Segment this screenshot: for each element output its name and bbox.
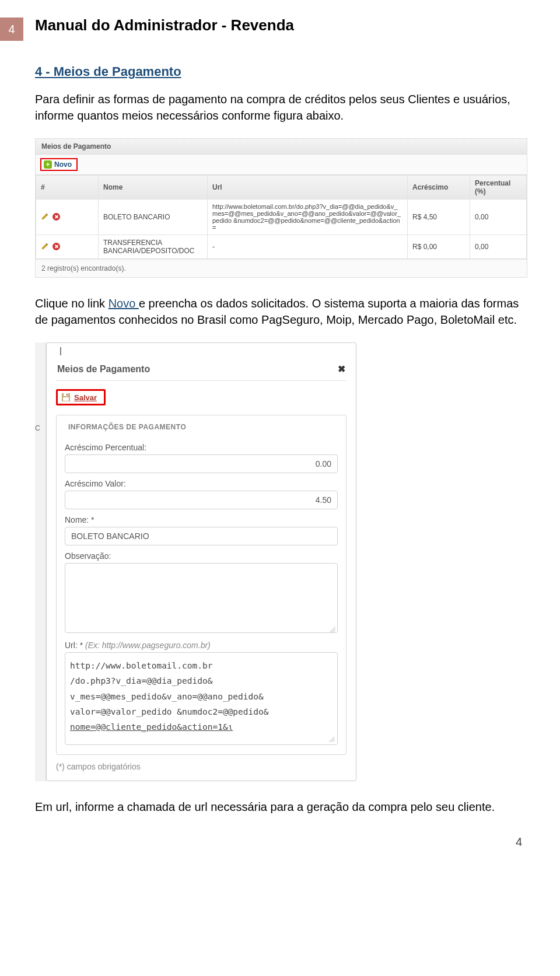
edit-icon[interactable] [41, 242, 49, 250]
bottom-page-number: 4 [0, 830, 528, 849]
page-number-box: 4 [0, 18, 23, 41]
url-line[interactable]: /do.php3?v_dia=@@dia_pedido& [70, 675, 332, 687]
required-note: (*) campos obrigatórios [56, 762, 346, 771]
cell-nome: BOLETO BANCARIO [99, 200, 208, 235]
panel-title: Meios de Pagamento [36, 139, 527, 155]
delete-icon[interactable] [52, 243, 60, 250]
novo-link[interactable]: Novo [108, 297, 139, 310]
label-acr-valor: Acréscimo Valor: [65, 479, 338, 488]
floppy-icon [61, 393, 71, 402]
resize-grip-icon [329, 736, 335, 742]
manual-title: Manual do Administrador - Revenda [35, 16, 294, 34]
label-url-text: Url: * [65, 641, 85, 650]
table-row: TRANSFERENCIA BANCARIA/DEPOSITO/DOC - R$… [36, 235, 527, 259]
close-icon[interactable]: ✖ [338, 363, 345, 375]
delete-icon[interactable] [52, 213, 60, 221]
label-acr-perc: Acréscimo Percentual: [65, 443, 338, 452]
novo-button[interactable]: + Novo [40, 158, 78, 171]
label-obs: Observação: [65, 551, 338, 561]
plus-icon: + [44, 160, 52, 169]
gutter-strip: C [35, 342, 46, 781]
col-actions: # [36, 176, 99, 200]
url-line[interactable]: v_mes=@@mes_pedido&v_ano=@@ano_pedido& [70, 691, 332, 702]
edit-icon[interactable] [41, 212, 49, 221]
mid-paragraph: Clique no link Novo e preencha os dados … [35, 295, 528, 328]
section-heading: 4 - Meios de Pagamento [35, 64, 528, 79]
closing-paragraph: Em url, informe a chamada de url necessá… [35, 799, 528, 815]
svg-rect-3 [66, 394, 68, 396]
salvar-button[interactable]: Salvar [56, 389, 106, 405]
cell-url: - [208, 235, 408, 259]
label-url: Url: * (Ex: http://www.pagseguro.com.br) [65, 641, 338, 650]
cell-percentual: 0,00 [470, 200, 527, 235]
screenshot-form: | Meios de Pagamento ✖ Salvar [46, 342, 356, 781]
col-percentual: Percentual (%) [470, 176, 527, 200]
textarea-obs[interactable] [65, 563, 338, 633]
url-line[interactable]: nome=@@cliente_pedido&action=1&ι [70, 721, 332, 733]
input-nome[interactable] [65, 527, 338, 545]
dialog-title: Meios de Pagamento [57, 364, 150, 375]
table-footer: 2 registro(s) encontrado(s). [36, 259, 527, 277]
cell-nome: TRANSFERENCIA BANCARIA/DEPOSITO/DOC [99, 235, 208, 259]
url-line[interactable]: http://www.boletomail.com.br [70, 660, 332, 671]
table-row: BOLETO BANCARIO http://www.boletomail.co… [36, 200, 527, 235]
gutter-char: C [35, 424, 46, 432]
cell-acrescimo: R$ 4,50 [408, 200, 470, 235]
input-acr-valor[interactable] [65, 491, 338, 509]
screenshot-form-wrap: C | Meios de Pagamento ✖ [35, 342, 528, 781]
mid-text-before: Clique no link [35, 297, 108, 310]
col-url: Url [208, 176, 408, 200]
cell-url: http://www.boletomail.com.br/do.php3?v_d… [208, 200, 408, 235]
salvar-label: Salvar [74, 393, 97, 402]
novo-button-label: Novo [54, 160, 72, 169]
input-acr-perc[interactable] [65, 454, 338, 473]
cell-acrescimo: R$ 0,00 [408, 235, 470, 259]
col-nome: Nome [99, 176, 208, 200]
text-cursor: | [47, 343, 356, 355]
svg-rect-2 [63, 397, 69, 401]
label-url-hint: (Ex: http://www.pagseguro.com.br) [85, 641, 211, 650]
cell-percentual: 0,00 [470, 235, 527, 259]
intro-paragraph: Para definir as formas de pagamento na c… [35, 91, 528, 124]
payments-table: # Nome Url Acréscimo Percentual (%) [36, 175, 527, 259]
fieldset-legend: INFORMAÇÕES DE PAGAMENTO [65, 423, 190, 431]
label-nome: Nome: * [65, 515, 338, 524]
url-line[interactable]: valor=@@valor_pedido &numdoc2=@@pedido& [70, 706, 332, 718]
col-acrescimo: Acréscimo [408, 176, 470, 200]
screenshot-listing: Meios de Pagamento + Novo # Nome Url Acr… [35, 138, 527, 278]
